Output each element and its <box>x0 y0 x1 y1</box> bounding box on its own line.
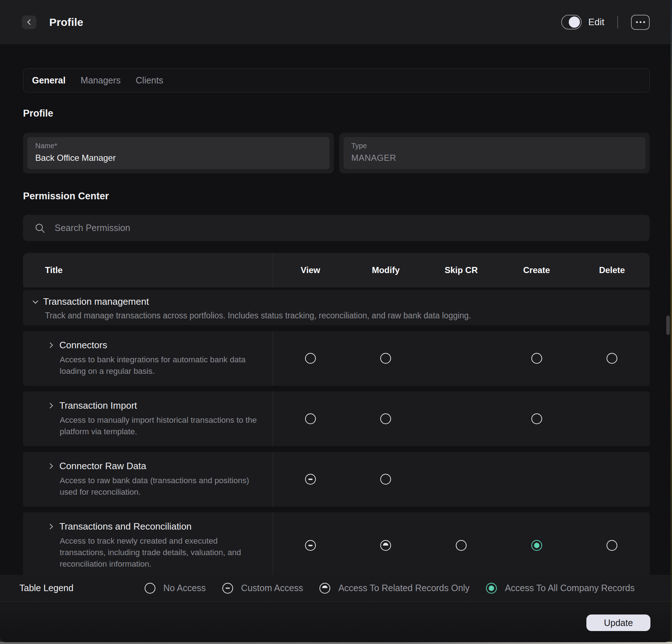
type-input <box>351 153 638 163</box>
header-divider <box>617 16 618 28</box>
radio-modify-no_access[interactable] <box>380 474 391 485</box>
legend-item: No Access <box>145 583 206 594</box>
chevron-right-icon[interactable] <box>47 524 53 530</box>
legend-icon-related <box>319 583 330 594</box>
column-divider <box>273 452 273 507</box>
column-divider <box>273 512 273 579</box>
chevron-right-icon[interactable] <box>47 343 53 348</box>
type-field-card: Type <box>339 133 650 173</box>
desktop: Profile Edit General Managers Clients Pr… <box>0 0 672 644</box>
legend-items: No Access Custom Access Access To Relate… <box>145 583 635 594</box>
header-actions: Edit <box>561 15 650 30</box>
more-options-button[interactable] <box>631 15 650 30</box>
table-legend-label: Table Legend <box>19 583 76 593</box>
name-field-label: Name* <box>35 142 322 150</box>
profile-section-heading: Profile <box>23 108 53 119</box>
table-legend-bar: Table Legend No Access Custom Access Acc… <box>0 575 671 601</box>
radio-create-no_access[interactable] <box>531 413 542 424</box>
chevron-down-icon[interactable] <box>33 298 38 304</box>
profile-fields: Name* Type <box>23 133 650 173</box>
radio-view-custom[interactable] <box>305 540 316 551</box>
radio-create-all[interactable] <box>531 540 542 551</box>
radio-modify-no_access[interactable] <box>380 353 391 364</box>
radio-skip_cr-no_access[interactable] <box>456 540 467 551</box>
group-title: Transaction management <box>43 296 149 307</box>
permission-row-description: Access to track newly created and execut… <box>60 535 258 570</box>
page-header: Profile Edit <box>0 0 671 44</box>
name-field[interactable]: Name* <box>27 137 330 169</box>
legend-item-label: No Access <box>163 583 206 593</box>
permission-row-title: Transactions and Reconciliation <box>59 521 192 532</box>
permission-row-title: Connectors <box>59 340 107 351</box>
column-view: View <box>273 265 348 275</box>
permission-row-title: Transaction Import <box>59 400 137 411</box>
radio-delete-no_access[interactable] <box>607 353 617 364</box>
legend-icon-custom <box>222 583 233 594</box>
column-skip-cr: Skip CR <box>423 265 499 275</box>
radio-modify-no_access[interactable] <box>380 413 391 424</box>
legend-item: Access To All Company Records <box>486 583 635 594</box>
legend-icon-all <box>486 583 497 594</box>
legend-item: Access To Related Records Only <box>319 583 469 594</box>
legend-item-label: Custom Access <box>241 583 303 593</box>
permission-row: Connector Raw Data Access to raw bank da… <box>23 452 650 507</box>
ellipsis-icon <box>636 21 638 23</box>
column-delete: Delete <box>574 265 650 275</box>
type-field-label: Type <box>351 142 638 150</box>
column-divider <box>273 253 273 287</box>
tab-managers[interactable]: Managers <box>81 75 121 86</box>
chevron-right-icon[interactable] <box>47 463 53 469</box>
column-modify: Modify <box>348 265 424 275</box>
permission-table: Title View Modify Skip CR Create Delete … <box>23 253 650 579</box>
permission-center-heading: Permission Center <box>23 191 109 202</box>
search-icon <box>35 223 45 233</box>
legend-icon-no_access <box>145 583 155 594</box>
radio-view-custom[interactable] <box>305 474 316 485</box>
table-header-row: Title View Modify Skip CR Create Delete <box>23 253 650 287</box>
tab-clients[interactable]: Clients <box>136 75 163 86</box>
page-title: Profile <box>49 16 83 28</box>
back-button[interactable] <box>22 15 36 29</box>
column-divider <box>273 391 273 446</box>
column-title: Title <box>23 265 273 275</box>
search-input[interactable] <box>55 223 486 233</box>
column-divider <box>273 331 273 386</box>
permission-row: Connectors Access to bank integrations f… <box>23 331 650 386</box>
legend-item-label: Access To All Company Records <box>505 583 635 593</box>
permission-row: Transaction Import Access to manually im… <box>23 391 650 446</box>
toggle-knob <box>569 17 580 28</box>
permission-row-description: Access to manually import historical tra… <box>60 414 258 437</box>
radio-view-no_access[interactable] <box>305 413 316 424</box>
group-description: Track and manage transactions across por… <box>45 311 650 321</box>
radio-create-no_access[interactable] <box>531 353 542 364</box>
permission-rows: Connectors Access to bank integrations f… <box>23 331 650 579</box>
update-button[interactable]: Update <box>586 614 650 631</box>
legend-item-label: Access To Related Records Only <box>338 583 469 593</box>
chevron-right-icon[interactable] <box>47 403 53 409</box>
name-field-card: Name* <box>23 133 334 173</box>
chevron-left-icon <box>27 19 33 25</box>
scrollbar-thumb[interactable] <box>666 316 670 335</box>
app-window: Profile Edit General Managers Clients Pr… <box>0 0 671 642</box>
radio-view-no_access[interactable] <box>305 353 316 364</box>
permission-row: Transactions and Reconciliation Access t… <box>23 512 650 579</box>
edit-toggle-label: Edit <box>588 17 604 28</box>
tab-bar: General Managers Clients <box>23 68 650 92</box>
permission-group-row[interactable]: Transaction management Track and manage … <box>23 290 650 325</box>
column-create: Create <box>499 265 575 275</box>
edit-toggle[interactable] <box>561 15 582 30</box>
radio-delete-no_access[interactable] <box>607 540 617 551</box>
permission-row-title: Connector Raw Data <box>59 461 146 472</box>
type-field: Type <box>344 137 646 169</box>
footer-bar: Update <box>0 602 671 642</box>
radio-modify-related[interactable] <box>380 540 391 551</box>
permission-row-description: Access to bank integrations for automati… <box>60 354 258 377</box>
legend-item: Custom Access <box>222 583 303 594</box>
tab-general[interactable]: General <box>32 75 65 86</box>
permission-row-description: Access to raw bank data (transactions an… <box>60 475 258 498</box>
name-input[interactable] <box>35 153 322 163</box>
permission-search[interactable] <box>23 215 650 241</box>
